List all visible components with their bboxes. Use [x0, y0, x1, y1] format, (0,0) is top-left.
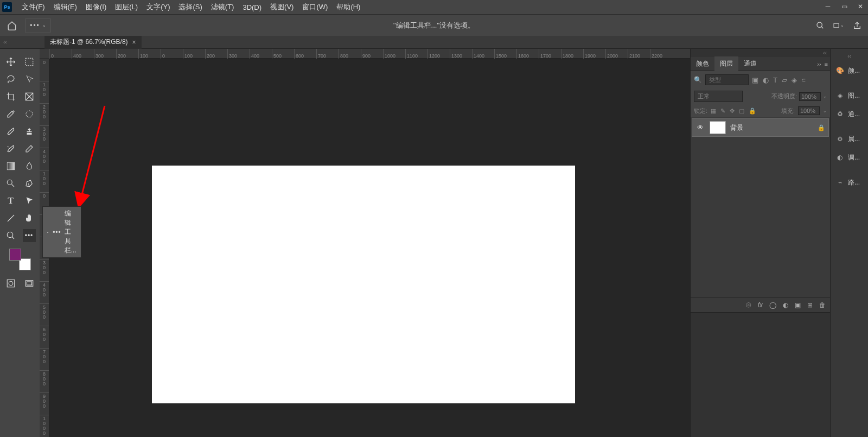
zoom-tool[interactable] — [4, 229, 17, 242]
pen-tool[interactable] — [23, 177, 36, 190]
fx-icon[interactable]: fx — [758, 301, 763, 309]
menu-edit[interactable]: 编辑(E) — [49, 0, 81, 14]
menu-image[interactable]: 图像(I) — [81, 0, 111, 14]
eyedropper-tool[interactable] — [4, 107, 17, 121]
layer-name[interactable]: 背景 — [730, 123, 813, 132]
close-tab-icon[interactable]: × — [132, 39, 136, 46]
line-tool[interactable] — [4, 212, 17, 225]
adjustment-icon[interactable]: ◐ — [783, 301, 788, 309]
opacity-input[interactable] — [799, 92, 821, 101]
lock-position-icon[interactable]: ✥ — [730, 107, 735, 115]
blend-mode-select[interactable]: 正常 — [694, 91, 743, 102]
lock-artboard-icon[interactable]: ▢ — [739, 107, 744, 115]
lock-transparent-icon[interactable]: ▦ — [711, 107, 716, 115]
dodge-tool[interactable] — [4, 177, 17, 190]
edit-toolbar-tool[interactable]: ••• — [23, 229, 36, 242]
lock-label: 锁定: — [694, 107, 707, 115]
menu-layer[interactable]: 图层(L) — [111, 0, 142, 14]
menu-3d[interactable]: 3D(D) — [238, 1, 266, 14]
layer-thumbnail[interactable] — [710, 121, 726, 134]
mask-icon[interactable]: ◯ — [769, 301, 776, 309]
quick-select-tool[interactable] — [23, 73, 36, 86]
path-select-tool[interactable] — [23, 194, 36, 207]
quick-mask-tool[interactable] — [4, 277, 17, 290]
collapsed-color[interactable]: 🎨颜... — [831, 62, 868, 79]
home-button[interactable] — [3, 18, 21, 33]
panel-menu-icon[interactable]: ≡ — [825, 61, 828, 67]
toolbar-options-button[interactable]: ••• ⌄ — [25, 18, 51, 33]
horizontal-ruler[interactable]: 0400300200100010020030040050060070080090… — [49, 49, 690, 59]
frame-tool[interactable] — [23, 90, 36, 103]
tab-color[interactable]: 颜色 — [691, 56, 714, 71]
history-brush-tool[interactable] — [4, 142, 17, 155]
maximize-button[interactable]: ▭ — [840, 2, 848, 11]
collapsed-layers[interactable]: ◈图... — [831, 87, 868, 104]
clone-stamp-tool[interactable] — [23, 125, 36, 138]
group-icon[interactable]: ▣ — [795, 301, 801, 309]
lock-all-icon[interactable]: 🔒 — [749, 107, 756, 115]
collapsed-adjustments[interactable]: ◐调... — [831, 149, 868, 166]
filter-shape-icon[interactable]: ▱ — [782, 76, 787, 84]
close-button[interactable]: ✕ — [856, 2, 865, 11]
menu-window[interactable]: 窗口(W) — [298, 0, 332, 14]
menu-type[interactable]: 文字(Y) — [142, 0, 174, 14]
layer-lock-icon[interactable]: 🔒 — [818, 124, 825, 131]
brush-tool[interactable] — [4, 125, 17, 138]
new-layer-icon[interactable]: ⊞ — [807, 301, 813, 309]
screen-mode-tool[interactable] — [23, 277, 36, 290]
blur-tool[interactable] — [23, 160, 36, 173]
gradient-tool[interactable] — [4, 160, 17, 173]
fill-input[interactable] — [798, 106, 820, 115]
canvas[interactable] — [152, 166, 575, 403]
tab-layers[interactable]: 图层 — [714, 56, 738, 71]
delete-layer-icon[interactable]: 🗑 — [819, 301, 826, 309]
frame-icon[interactable]: ⌄ — [833, 20, 844, 31]
move-tool[interactable] — [4, 55, 17, 68]
filter-type-icon[interactable]: T — [773, 76, 777, 84]
layer-filter-input[interactable] — [705, 74, 749, 85]
layer-footer: ⦾ fx ◯ ◐ ▣ ⊞ 🗑 — [691, 297, 830, 312]
tab-channels[interactable]: 通道 — [738, 56, 762, 71]
menu-file[interactable]: 文件(F) — [17, 0, 49, 14]
foreground-color[interactable] — [9, 249, 21, 261]
share-icon[interactable] — [852, 20, 863, 31]
minimize-button[interactable]: ─ — [824, 2, 832, 11]
ruler-corner — [40, 49, 49, 59]
filter-toggle-icon[interactable]: ⊂ — [801, 77, 806, 83]
menu-help[interactable]: 帮助(H) — [332, 0, 365, 14]
panel-expand-icon[interactable]: ›› — [817, 61, 821, 67]
collapsed-properties[interactable]: ⚙属... — [831, 131, 868, 147]
document-tab[interactable]: 未标题-1 @ 66.7%(RGB/8) × — [44, 36, 142, 49]
menu-filter[interactable]: 滤镜(T) — [207, 0, 239, 14]
menu-view[interactable]: 视图(V) — [266, 0, 298, 14]
options-bar: ••• ⌄ "编辑工具栏..."没有选项。 ⌄ — [0, 14, 868, 36]
collapsed-channels[interactable]: ♻通... — [831, 106, 868, 122]
collapse-right-icon[interactable]: ‹‹ — [691, 49, 830, 57]
filter-smart-icon[interactable]: ◈ — [792, 76, 797, 84]
filter-adjust-icon[interactable]: ◐ — [763, 76, 769, 84]
hand-tool[interactable] — [23, 212, 36, 225]
patch-tool[interactable] — [23, 107, 36, 121]
collapse-handle[interactable]: ‹‹ — [831, 52, 868, 60]
collapsed-paths[interactable]: ⌁路... — [831, 174, 868, 191]
chevron-down-icon[interactable]: ⌄ — [823, 94, 827, 99]
fill-label: 填充: — [781, 107, 795, 115]
layer-item[interactable]: 👁 背景 🔒 — [692, 118, 829, 137]
collapsed-panels: ‹‹ 🎨颜... ◈图... ♻通... ⚙属... ◐调... ⌁路... — [830, 49, 868, 437]
chevron-down-icon[interactable]: ⌄ — [823, 109, 827, 113]
collapse-left-icon[interactable]: ‹‹ — [3, 39, 7, 45]
filter-image-icon[interactable]: ▣ — [752, 76, 758, 84]
menu-select[interactable]: 选择(S) — [174, 0, 206, 14]
lasso-tool[interactable] — [4, 73, 17, 86]
lock-paint-icon[interactable]: ✎ — [720, 107, 725, 115]
link-layers-icon[interactable]: ⦾ — [746, 301, 751, 309]
search-icon[interactable] — [815, 20, 826, 31]
marquee-tool[interactable] — [23, 55, 36, 68]
visibility-toggle[interactable]: 👁 — [695, 124, 705, 131]
crop-tool[interactable] — [4, 90, 17, 103]
type-tool[interactable]: T — [4, 194, 17, 207]
collapsed-label: 通... — [848, 110, 860, 119]
eraser-tool[interactable] — [23, 142, 36, 155]
color-swatches[interactable] — [9, 249, 31, 270]
svg-point-7 — [26, 111, 33, 117]
